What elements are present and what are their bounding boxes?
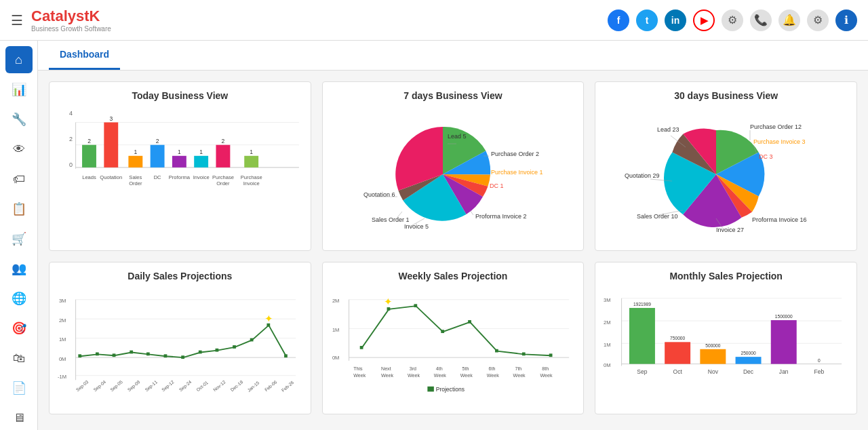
hamburger-menu[interactable]: ☰ (11, 12, 23, 28)
svg-text:Jan: Jan (779, 368, 789, 375)
svg-rect-108 (414, 304, 417, 307)
svg-rect-111 (495, 349, 498, 353)
svg-text:4th: 4th (435, 366, 442, 372)
svg-rect-18 (172, 156, 186, 168)
sidebar-item-users[interactable]: 👥 (5, 255, 33, 282)
facebook-icon[interactable]: f (608, 9, 629, 31)
svg-rect-8 (104, 122, 118, 167)
settings-icon[interactable]: ⚙ (722, 9, 743, 31)
svg-rect-79 (199, 351, 202, 354)
svg-text:Projections: Projections (435, 386, 464, 393)
sidebar-item-orders[interactable]: 📋 (5, 195, 33, 222)
svg-text:Next: Next (381, 366, 391, 372)
svg-rect-75 (130, 351, 133, 354)
sidebar-item-tools[interactable]: 🔧 (5, 106, 33, 133)
info-icon[interactable]: ℹ (835, 9, 857, 31)
svg-text:Feb-26: Feb-26 (281, 380, 295, 393)
svg-text:DC 3: DC 3 (759, 153, 773, 160)
svg-text:Feb: Feb (814, 368, 825, 375)
svg-text:✦: ✦ (383, 296, 392, 307)
svg-rect-84 (267, 324, 270, 327)
svg-text:Quotation 6: Quotation 6 (363, 191, 395, 198)
seven-days-card: 7 days Business View (322, 81, 585, 251)
svg-text:3: 3 (109, 115, 113, 122)
svg-rect-15 (151, 145, 165, 168)
svg-text:Sales: Sales (129, 174, 142, 180)
svg-text:Order: Order (129, 180, 142, 187)
sidebar-item-home[interactable]: ⌂ (5, 46, 33, 73)
phone-icon[interactable]: 📞 (750, 9, 772, 31)
svg-text:Order: Order (216, 180, 230, 187)
svg-rect-74 (113, 353, 116, 357)
svg-rect-113 (549, 353, 552, 357)
tab-dashboard[interactable]: Dashboard (49, 41, 120, 70)
svg-text:2: 2 (87, 138, 91, 144)
svg-text:1500000: 1500000 (775, 314, 793, 319)
svg-text:Week: Week (434, 373, 446, 378)
svg-text:-1M: -1M (58, 374, 66, 380)
svg-rect-81 (233, 345, 236, 349)
logo-text: CatalystK (31, 7, 100, 24)
svg-text:1: 1 (178, 149, 181, 155)
svg-text:1: 1 (134, 149, 137, 155)
youtube-icon[interactable]: ▶ (693, 9, 715, 31)
sidebar-item-cart[interactable]: 🛒 (5, 225, 33, 252)
svg-text:This: This (353, 366, 363, 372)
thirty-days-pie-chart: Lead 23 Purchase Order 12 Purchase Invoi… (618, 110, 835, 239)
monthly-bar-chart: 3M 2M 1M 0M 1921989 750 (604, 287, 848, 406)
svg-rect-21 (194, 156, 208, 168)
sidebar-item-globe[interactable]: 🌐 (5, 285, 33, 312)
svg-text:1: 1 (199, 149, 203, 155)
sidebar: ⌂ 📊 🔧 👁 🏷 📋 🛒 👥 🌐 🎯 🛍 📄 🖥 📦 📑 🛒 (0, 41, 38, 430)
seven-days-title: 7 days Business View (331, 90, 576, 101)
svg-text:Oct-01: Oct-01 (195, 380, 209, 392)
svg-rect-76 (146, 353, 150, 356)
daily-projection-title: Daily Sales Projections (58, 271, 302, 281)
svg-rect-24 (216, 145, 230, 168)
svg-text:Proforma: Proforma (169, 174, 191, 180)
svg-line-43 (470, 210, 473, 215)
svg-text:5th: 5th (462, 366, 469, 372)
notification-icon[interactable]: 🔔 (778, 9, 800, 31)
svg-text:Feb-06: Feb-06 (264, 379, 278, 392)
sidebar-item-shop[interactable]: 🛍 (5, 345, 33, 372)
svg-text:Week: Week (513, 373, 525, 378)
svg-text:3M: 3M (59, 298, 66, 304)
svg-text:Dec: Dec (743, 368, 754, 375)
sidebar-item-dashboard[interactable]: 📊 (5, 76, 33, 103)
daily-projection-card: Daily Sales Projections 3M 2M 1M 0M -1M (49, 262, 311, 414)
y-label-2: 2 (58, 136, 73, 142)
config-icon[interactable]: ⚙ (807, 9, 829, 31)
dashboard-grid: Today Business View 4 2 0 (38, 71, 868, 425)
svg-rect-77 (164, 354, 167, 357)
sidebar-item-view[interactable]: 👁 (5, 136, 33, 163)
svg-rect-148 (736, 357, 762, 364)
svg-text:Proforma Invoice 16: Proforma Invoice 16 (752, 216, 807, 223)
tab-bar: Dashboard (38, 41, 868, 71)
sidebar-item-monitor[interactable]: 🖥 (5, 404, 33, 430)
twitter-icon[interactable]: t (636, 9, 658, 31)
linkedin-icon[interactable]: in (665, 9, 686, 31)
main-content: Dashboard Today Business View 4 2 0 (38, 41, 868, 430)
sidebar-item-target[interactable]: 🎯 (5, 315, 33, 342)
svg-text:Purchase Order 2: Purchase Order 2 (491, 151, 539, 157)
svg-text:✦: ✦ (264, 313, 273, 324)
svg-text:Sales Order 1: Sales Order 1 (372, 216, 410, 223)
svg-text:1M: 1M (59, 336, 66, 343)
svg-text:DC: DC (154, 174, 161, 180)
svg-rect-78 (181, 355, 184, 359)
weekly-line-chart: 2M 1M 0M (331, 287, 576, 406)
svg-text:3M: 3M (604, 297, 611, 303)
svg-rect-80 (216, 349, 219, 352)
svg-text:7th: 7th (515, 366, 521, 372)
weekly-projection-card: Weekly Sales Projection 2M 1M 0M (322, 262, 585, 414)
svg-text:Invoice 5: Invoice 5 (404, 223, 429, 230)
svg-text:1M: 1M (332, 327, 340, 333)
svg-text:1921989: 1921989 (633, 302, 651, 307)
thirty-days-card: 30 days Business View (595, 81, 857, 251)
svg-text:Lead 5: Lead 5 (448, 133, 467, 140)
svg-text:Sep-24: Sep-24 (178, 379, 193, 393)
sidebar-item-tags[interactable]: 🏷 (5, 165, 33, 193)
sidebar-item-reports[interactable]: 📄 (5, 374, 33, 402)
svg-text:Purchase Invoice 3: Purchase Invoice 3 (753, 138, 806, 145)
